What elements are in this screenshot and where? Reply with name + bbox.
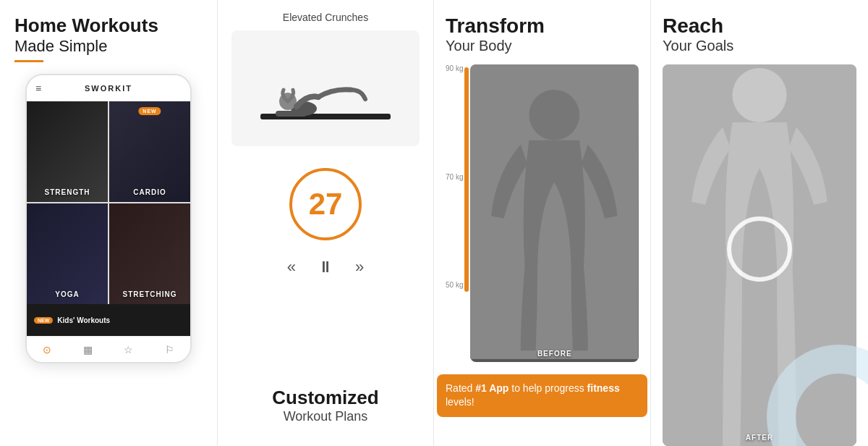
weight-90: 90 kg	[446, 64, 463, 72]
nav-trophy-icon[interactable]: ⚐	[165, 344, 174, 355]
workout-yoga[interactable]: YOGA	[27, 203, 108, 304]
rated-middle: to help progress	[509, 382, 587, 394]
before-photo: BEFORE	[470, 64, 639, 362]
rewind-button[interactable]: «	[287, 258, 296, 277]
kids-label: Kids' Workouts	[57, 316, 110, 324]
cardio-new-badge: NEW	[138, 107, 161, 115]
workout-strength[interactable]: STRENGTH	[27, 101, 108, 202]
section-workout-plans: Elevated Crunches 27 « ⏸ »	[217, 0, 434, 446]
main-subheadline: Made Simple	[14, 37, 203, 56]
section2-bottom: Customized Workout Plans	[272, 387, 378, 446]
kids-new-badge: NEW	[34, 317, 53, 324]
kids-workouts-bar[interactable]: NEW Kids' Workouts	[27, 304, 190, 336]
strength-label: STRENGTH	[45, 188, 90, 196]
weight-70: 70 kg	[446, 173, 463, 181]
workout-stretching[interactable]: STRETCHING	[109, 203, 190, 304]
progress-bar	[464, 67, 469, 292]
nav-star-icon[interactable]: ☆	[124, 344, 133, 355]
transform-subtitle: Your Body	[446, 38, 639, 54]
rated-badge: Rated #1 App to help progress fitness le…	[437, 374, 647, 417]
phone-nav: ⊙ ▦ ☆ ⚐	[27, 336, 190, 362]
weight-axis: 90 kg 70 kg 50 kg	[446, 64, 463, 311]
reach-subtitle: Your Goals	[663, 38, 856, 54]
reach-title: Reach	[663, 14, 856, 38]
cardio-label: CARDIO	[133, 188, 166, 196]
rated-prefix: Rated	[446, 382, 475, 394]
crunch-illustration	[246, 38, 405, 139]
nav-home-icon[interactable]: ⊙	[43, 344, 51, 355]
timer-value: 27	[309, 187, 343, 222]
workout-grid: STRENGTH NEW CARDIO YOGA STRETCHING	[27, 101, 190, 304]
yoga-label: YOGA	[55, 290, 79, 298]
svg-point-6	[732, 68, 786, 122]
nav-calendar-icon[interactable]: ▦	[83, 344, 93, 355]
section-home-workouts: Home Workouts Made Simple ≡ SWORKIT STRE…	[0, 0, 217, 446]
exercise-image	[231, 30, 420, 146]
before-photo-bg	[470, 64, 639, 362]
strength-bg	[27, 101, 108, 202]
before-label: BEFORE	[537, 350, 572, 358]
customized-title: Customized	[272, 387, 378, 409]
ring-overlay	[727, 216, 792, 282]
cardio-bg	[109, 101, 190, 202]
forward-button[interactable]: »	[355, 258, 364, 277]
main-headline: Home Workouts	[14, 14, 203, 37]
app-title: SWORKIT	[85, 84, 132, 93]
stretching-label: STRETCHING	[123, 290, 177, 298]
before-figure	[470, 64, 639, 359]
exercise-label: Elevated Crunches	[283, 12, 368, 23]
rated-fitness: fitness	[587, 382, 620, 394]
workout-cardio[interactable]: NEW CARDIO	[109, 101, 190, 202]
weight-50: 50 kg	[446, 281, 463, 289]
accent-bar	[14, 60, 43, 62]
pause-button[interactable]: ⏸	[318, 258, 333, 277]
phone-mockup: ≡ SWORKIT STRENGTH NEW CARDIO YOGA	[25, 74, 192, 363]
rated-text: Rated #1 App to help progress fitness le…	[446, 382, 639, 410]
section-transform: Transform Your Body 90 kg 70 kg 50 kg	[434, 0, 651, 446]
playback-controls: « ⏸ »	[287, 258, 365, 277]
menu-icon[interactable]: ≡	[35, 83, 41, 94]
svg-point-4	[529, 90, 580, 140]
rated-end: levels!	[446, 396, 475, 408]
rated-number: #1 App	[475, 382, 509, 394]
yoga-bg	[27, 203, 108, 304]
timer-circle: 27	[289, 168, 362, 240]
stretching-bg	[109, 203, 190, 304]
transform-title: Transform	[446, 14, 639, 38]
phone-header: ≡ SWORKIT	[27, 75, 190, 101]
customized-subtitle: Workout Plans	[272, 409, 378, 424]
section-reach: Reach Your Goals AFTER	[651, 0, 868, 446]
